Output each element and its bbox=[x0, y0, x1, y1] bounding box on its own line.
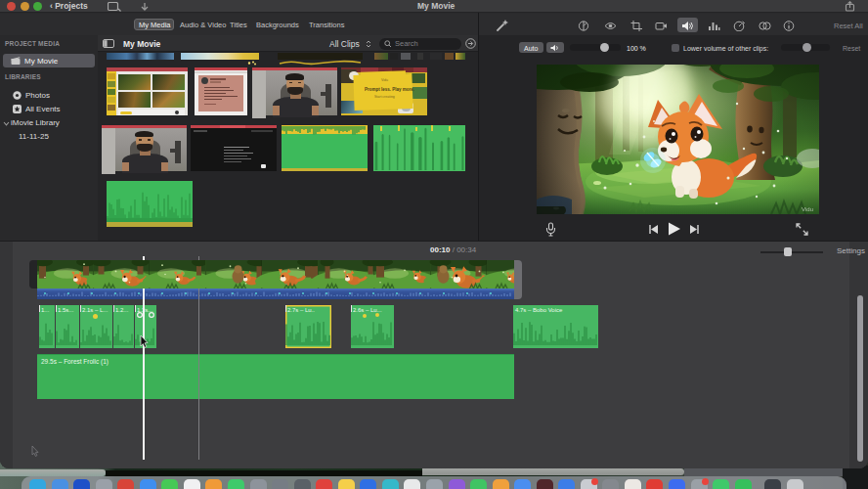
svg-text:Vidu: Vidu bbox=[802, 206, 813, 212]
